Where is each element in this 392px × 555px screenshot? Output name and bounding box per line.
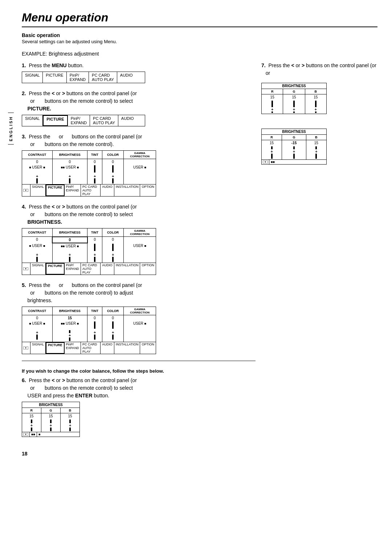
step-7-text: 7. Press the < or > buttons on the contr… xyxy=(261,62,377,77)
page-number: 18 xyxy=(22,451,377,457)
step-6: 6. Press the < or > buttons on the contr… xyxy=(22,377,256,437)
step-3: 3. Press the or buttons on the control p… xyxy=(22,133,256,197)
color-balance-title: If you wish to change the color balance,… xyxy=(22,368,256,374)
step-1-menu-bar: SIGNAL PICTURE PinP/EXPAND PC CARDAUTO P… xyxy=(22,72,145,83)
step-4-text: 4. Press the < or > buttons on the contr… xyxy=(22,203,256,226)
step-2-text: 2. Press the < or > buttons on the contr… xyxy=(22,90,256,113)
basic-operation-title: Basic operation xyxy=(22,32,377,38)
step-5-text: 5. Press the or buttons on the control p… xyxy=(22,281,256,304)
menu-audio-2: AUDIO xyxy=(118,115,137,126)
menu-signal-2: SIGNAL xyxy=(22,115,43,126)
basic-operation-subtitle: Several settings can be adjusted using M… xyxy=(22,39,377,44)
step-6-text: 6. Press the < or > buttons on the contr… xyxy=(22,377,256,400)
menu-audio-1: AUDIO xyxy=(117,72,136,83)
step-5-ctrl-table: CONTRASTBRIGHTNESSTINTCOLORGAMMACORRECTI… xyxy=(22,307,156,354)
menu-signal: SIGNAL xyxy=(22,72,43,83)
step-1: 1. Press the MENU button. SIGNAL PICTURE… xyxy=(22,62,256,83)
step-4-ctrl-table: CONTRASTBRIGHTNESSTINTCOLORGAMMACORRECTI… xyxy=(22,228,156,275)
step-6-brightness-panel: BRIGHTNESS RGB 151515 xyxy=(22,402,80,437)
step-7-brightness-panel-top: BRIGHTNESS RGB 151515 xyxy=(261,83,377,114)
menu-pinp-1: PinP/EXPAND xyxy=(67,72,89,83)
step-4: 4. Press the < or > buttons on the contr… xyxy=(22,203,256,275)
menu-picture-1: PICTURE xyxy=(43,72,66,83)
step-2-menu-bar: SIGNAL PICTURE PinP/EXPAND PC CARDAUTO P… xyxy=(22,115,145,126)
step-7-brightness-panel-bottom: BRIGHTNESS RGB 15-1515 xyxy=(261,129,377,165)
english-label: ENGLISH xyxy=(8,113,14,145)
color-balance-section: If you wish to change the color balance,… xyxy=(22,361,256,437)
step-3-ctrl-table: CONTRASTBRIGHTNESSTINTCOLORGAMMACORRECTI… xyxy=(22,150,156,197)
menu-pinp-2: PinP/EXPAND xyxy=(68,115,90,126)
step-3-text: 3. Press the or buttons on the control p… xyxy=(22,133,256,148)
step-1-text: 1. Press the MENU button. xyxy=(22,62,256,69)
menu-pccard-1: PC CARDAUTO PLAY xyxy=(89,72,117,83)
example-title: EXAMPLE: Brightness adjustment xyxy=(22,51,377,57)
right-column: 7. Press the < or > buttons on the contr… xyxy=(261,62,377,443)
menu-pccard-2: PC CARDAUTO PLAY xyxy=(90,115,118,126)
page-title: Menu operation xyxy=(22,11,377,27)
menu-picture-2: PICTURE xyxy=(43,115,68,126)
step-2: 2. Press the < or > buttons on the contr… xyxy=(22,90,256,126)
step-5: 5. Press the or buttons on the control p… xyxy=(22,281,256,354)
step-7: 7. Press the < or > buttons on the contr… xyxy=(261,62,377,165)
